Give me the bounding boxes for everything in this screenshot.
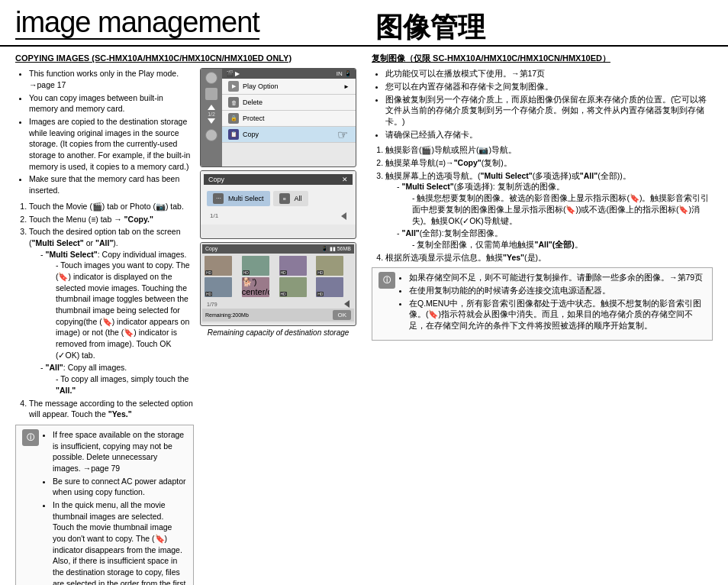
screenshot-copy-progress: Copy 📱 ▮▮ 56MB HD HD HD HD HD 🐕') cen	[200, 242, 356, 326]
list-item: 此功能仅可以在播放模式下使用。→第17页	[385, 68, 713, 79]
bullets-right-zh: 此功能仅可以在播放模式下使用。→第17页 您可以在内置存储器和存储卡之间复制图像…	[372, 68, 713, 140]
steps-left: Touch the Movie (🎬) tab or Photo (📷) tab…	[15, 201, 194, 420]
menu-item-copy-label: Copy	[243, 131, 259, 138]
progress-bottom: Remaining:200Mb OK	[202, 309, 354, 322]
list-item: This function works only in the Play mod…	[29, 68, 194, 90]
thumbnail: HD	[316, 277, 343, 297]
sub-sub-multi: Touch images you want to copy. The (🔖) i…	[40, 260, 194, 360]
list-item: "All"(全部):复制全部图像。 复制全部图像，仅需简单地触摸"All"(全部…	[397, 228, 713, 250]
hd-badge: HD	[243, 270, 250, 275]
screenshot-menu: 1/2 🎬 ▶ IN 📱	[200, 68, 356, 167]
remaining-label: Remaining:200Mb	[205, 312, 249, 318]
screen1-header-right: IN 📱	[337, 70, 352, 77]
list-item: 图像被复制到另一个存储介质上，而原始图像仍保留在原来存储介质的位置。(它可以将文…	[385, 94, 713, 128]
progress-header-icons: 📱 ▮▮ 56MB	[321, 246, 351, 252]
thumbnail: HD	[279, 256, 307, 276]
hd-badge: HD	[280, 292, 287, 296]
menu-item-icon: ▶	[228, 81, 239, 92]
list-item: Touch the Movie (🎬) tab or Photo (📷) tab…	[29, 201, 194, 212]
screenshot-caption: Remaining capacity of destination storag…	[200, 328, 356, 337]
note-bullets-zh: 如果存储空间不足，则不可能进行复制操作。请删除一些多余的图像。→第79页 在使用…	[400, 272, 706, 331]
screenshots-column: 1/2 🎬 ▶ IN 📱	[200, 68, 356, 585]
progress-nav: 1/79	[202, 299, 354, 309]
list-item: 在Q.MENU中，所有影音索引图像都处于选中状态。触摸不想复制的影音索引图像。(…	[409, 298, 706, 331]
content-area: COPYING IMAGES (SC-HMX10A/HMX10C/HMX10CN…	[0, 47, 728, 585]
page-indicator: 1/2	[208, 112, 215, 117]
progress-page: 1/79	[207, 302, 217, 307]
list-item: "Multi Select"(多项选择): 复制所选的图像。 触摸您想要复制的图…	[397, 181, 713, 226]
multi-select-label: Multi Select	[228, 195, 264, 202]
section-title-en: COPYING IMAGES (SC-HMX10A/HMX10C/HMX10CN…	[15, 53, 356, 63]
note-box-right: ⓘ 如果存储空间不足，则不可能进行复制操作。请删除一些多余的图像。→第79页 在…	[372, 267, 713, 340]
copy-dialog-title: Copy ✕	[204, 174, 353, 185]
list-item: "Multi Select": Copy individual images. …	[40, 249, 194, 361]
list-item: Be sure to connect AC power adaptor when…	[53, 476, 187, 498]
note-content-zh: 如果存储空间不足，则不可能进行复制操作。请删除一些多余的图像。→第79页 在使用…	[400, 272, 706, 335]
list-item: 触摸屏幕上的选项导航。("Multi Select"(多项选择)或"All"(全…	[385, 170, 713, 250]
list-item: If free space available on the storage i…	[53, 429, 187, 474]
page: image management 图像管理 COPYING IMAGES (SC…	[0, 0, 728, 585]
list-item: 复制全部图像，仅需简单地触摸"All"(全部)。	[412, 239, 713, 250]
screenshot-copy-dialog: Copy ✕ ⋯ Multi Select ≡ All	[200, 170, 356, 239]
sub-sub-all: To copy all images, simply touch the "Al…	[40, 373, 194, 396]
note-content: If free space available on the storage i…	[43, 429, 187, 585]
hd-badge: HD	[280, 270, 287, 275]
sub-sub-all-zh: 复制全部图像，仅需简单地触摸"All"(全部)。	[397, 239, 713, 250]
right-panel: 复制图像（仅限 SC-HMX10A/HMX10C/HMX10CN/HMX10ED…	[364, 53, 713, 585]
nav-icon-2	[205, 88, 217, 100]
header-right: 图像管理	[353, 14, 713, 41]
nav-arrows: 1/2	[208, 105, 215, 124]
hd-badge: HD	[205, 292, 212, 296]
list-item: "All": Copy all images. To copy all imag…	[40, 362, 194, 396]
play-arrow: ►	[343, 83, 350, 90]
page-title-en: image management	[15, 8, 259, 40]
progress-back-arrow	[344, 300, 350, 308]
progress-title: Copy	[205, 246, 217, 252]
nav-icon-1	[205, 72, 217, 84]
thumbnails-grid: HD HD HD HD HD 🐕') center/cover;" data-n…	[202, 254, 354, 299]
thumbnail: HD	[316, 256, 343, 276]
list-item: Make sure that the memory card has been …	[29, 173, 194, 196]
steps-right-zh: 触摸影音(🎬)导航或照片(📷)导航。 触摸菜单导航(≡)→"Copy"(复制)。…	[372, 144, 713, 263]
progress-screen-header: Copy 📱 ▮▮ 56MB	[202, 244, 354, 254]
bullets-left: This function works only in the Play mod…	[15, 68, 194, 196]
all-label: All	[295, 195, 302, 202]
copy-dialog-title-label: Copy	[208, 176, 224, 183]
list-item: 您可以在内置存储器和存储卡之间复制图像。	[385, 81, 713, 92]
list-item: In the quick menu, all the movie thumbna…	[53, 499, 187, 585]
hd-badge: HD	[205, 270, 212, 275]
menu-item-protect: 🔒 Protect	[222, 111, 356, 127]
list-item: Touch the desired option tab on the scre…	[29, 226, 194, 396]
list-item: The message according to the selected op…	[29, 398, 194, 420]
thumbnail: HD	[205, 277, 232, 297]
thumbnail: HD	[242, 256, 269, 276]
all-icon: ≡	[279, 193, 290, 204]
list-item: Images are copied to the destination sto…	[29, 116, 194, 172]
dialog-nav	[341, 212, 346, 220]
menu-item-delete: 🗑 Delete	[222, 95, 356, 111]
left-panel: COPYING IMAGES (SC-HMX10A/HMX10C/HMX10CN…	[15, 53, 364, 585]
delete-icon: 🗑	[228, 97, 239, 108]
page-title-zh: 图像管理	[375, 14, 713, 41]
menu-item-protect-label: Protect	[243, 115, 265, 122]
left-inner: This function works only in the Play mod…	[15, 68, 356, 585]
arrow-up-icon	[208, 105, 215, 110]
list-item: Touch images you want to copy. The (🔖) i…	[56, 260, 194, 360]
copy-dialog: Copy ✕ ⋯ Multi Select ≡ All	[201, 171, 356, 225]
list-item: 在使用复制功能的的时候请务必连接交流电源适配器。	[409, 285, 706, 296]
menu-item-copy: 📋 Copy ☞	[222, 127, 356, 143]
dialog-left-arrow	[341, 212, 346, 220]
left-text: This function works only in the Play mod…	[15, 68, 194, 585]
thumbnail: 🐕') center/cover;" data-name="dog-thumbn…	[242, 277, 269, 297]
copy-option-multi: ⋯ Multi Select	[207, 191, 270, 206]
list-item: 触摸影音(🎬)导航或照片(📷)导航。	[385, 144, 713, 156]
list-item: 请确保已经插入存储卡。	[385, 129, 713, 141]
sub-sub-multi-zh: 触摸您想要复制的图像。被选的影音图像上显示指示图标(🔖)。触摸影音索引引面中想要…	[397, 192, 713, 226]
ok-button[interactable]: OK	[333, 310, 351, 320]
section-title-zh: 复制图像（仅限 SC-HMX10A/HMX10C/HMX10CN/HMX10ED…	[372, 53, 713, 63]
screen1-header: 🎬 ▶ IN 📱	[222, 69, 356, 79]
menu-item-play: ▶ Play Option ►	[222, 79, 356, 95]
multi-icon: ⋯	[213, 193, 224, 204]
progress-screen: Copy 📱 ▮▮ 56MB HD HD HD HD HD 🐕') cen	[201, 243, 356, 323]
copy-dialog-footer: 1/1	[204, 211, 353, 221]
